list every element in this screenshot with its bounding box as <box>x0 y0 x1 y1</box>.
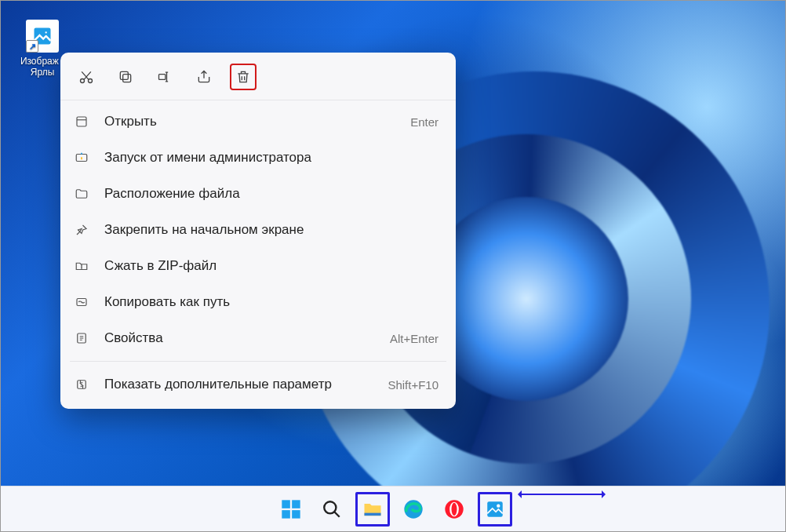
svg-rect-5 <box>120 71 128 79</box>
opera-browser-button[interactable] <box>437 492 471 527</box>
share-icon <box>196 69 212 85</box>
svg-rect-6 <box>159 75 166 80</box>
svg-rect-17 <box>365 512 381 516</box>
edge-icon <box>402 498 424 520</box>
svg-point-2 <box>81 79 85 83</box>
svg-point-1 <box>44 31 48 35</box>
file-explorer-button[interactable] <box>355 492 390 527</box>
svg-rect-4 <box>123 75 131 82</box>
windows-logo-icon <box>280 498 302 520</box>
rename-button[interactable] <box>151 64 178 90</box>
menu-separator <box>60 100 456 100</box>
menu-item-label: Свойства <box>104 330 390 346</box>
file-explorer-icon <box>362 498 384 520</box>
context-menu: Открыть Enter Запуск от имени администра… <box>60 53 456 409</box>
share-button[interactable] <box>191 64 217 90</box>
menu-item-compress-zip[interactable]: Сжать в ZIP-файл <box>60 248 456 284</box>
opera-icon <box>443 498 465 520</box>
admin-run-icon <box>73 149 90 166</box>
pin-icon <box>73 221 90 239</box>
svg-rect-12 <box>282 500 290 508</box>
svg-point-23 <box>497 504 500 507</box>
cut-icon <box>78 69 94 85</box>
rename-icon <box>157 69 173 85</box>
start-button[interactable] <box>274 492 308 527</box>
delete-button[interactable] <box>230 64 257 90</box>
menu-item-copy-as-path[interactable]: Копировать как путь <box>60 284 456 320</box>
annotation-arrow <box>519 494 605 495</box>
shortcut-overlay-icon: ↗ <box>26 40 38 53</box>
menu-item-label: Показать дополнительные параметр <box>104 377 388 392</box>
svg-rect-22 <box>487 501 503 517</box>
cut-button[interactable] <box>73 64 100 90</box>
svg-point-21 <box>452 502 457 515</box>
zip-icon <box>73 257 90 275</box>
menu-item-pin-to-start[interactable]: Закрепить на начальном экране <box>60 212 456 248</box>
menu-item-show-more-options[interactable]: Показать дополнительные параметр Shift+F… <box>60 366 456 403</box>
taskbar <box>1 486 785 531</box>
menu-item-label: Закрепить на начальном экране <box>104 222 438 238</box>
properties-icon <box>73 330 90 347</box>
folder-icon <box>73 185 90 202</box>
menu-separator <box>70 361 446 362</box>
image-viewer-button[interactable] <box>478 492 512 527</box>
menu-item-label: Сжать в ZIP-файл <box>104 258 438 274</box>
menu-item-label: Копировать как путь <box>104 294 438 310</box>
svg-rect-14 <box>282 510 290 519</box>
copy-button[interactable] <box>112 64 139 90</box>
menu-item-shortcut: Alt+Enter <box>390 332 438 345</box>
svg-rect-13 <box>292 500 300 508</box>
copypath-icon <box>73 293 90 311</box>
context-menu-action-row <box>60 57 456 98</box>
menu-item-properties[interactable]: Свойства Alt+Enter <box>60 320 456 356</box>
svg-rect-15 <box>292 510 300 519</box>
search-icon <box>322 499 342 519</box>
copy-icon <box>118 69 133 85</box>
svg-rect-7 <box>77 117 86 126</box>
menu-item-shortcut: Shift+F10 <box>388 378 438 392</box>
image-viewer-icon <box>485 499 505 519</box>
menu-item-label: Открыть <box>104 114 410 129</box>
menu-item-label: Расположение файла <box>104 186 438 202</box>
svg-point-3 <box>89 79 93 83</box>
menu-item-run-as-admin[interactable]: Запуск от имени администратора <box>60 140 456 176</box>
more-options-icon <box>73 376 90 393</box>
menu-item-open[interactable]: Открыть Enter <box>60 104 456 140</box>
open-icon <box>73 113 90 130</box>
svg-point-16 <box>324 501 336 513</box>
menu-item-shortcut: Enter <box>410 115 438 129</box>
delete-icon <box>235 69 251 85</box>
menu-item-label: Запуск от имени администратора <box>104 150 438 166</box>
search-button[interactable] <box>315 492 349 527</box>
edge-browser-button[interactable] <box>396 492 431 527</box>
menu-item-file-location[interactable]: Расположение файла <box>60 176 456 212</box>
image-viewer-icon: ↗ <box>26 20 59 53</box>
